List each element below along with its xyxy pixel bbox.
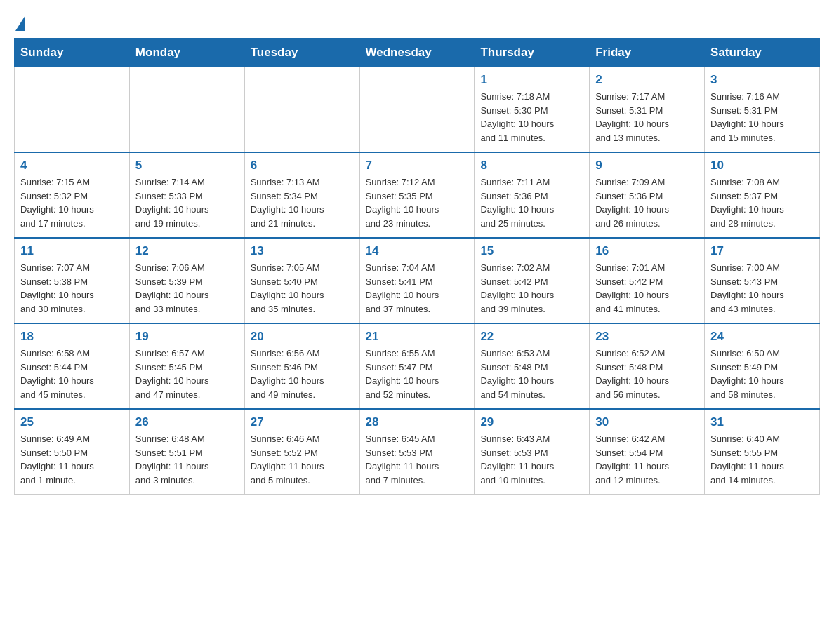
day-number: 20: [251, 330, 354, 344]
day-info: Sunrise: 6:45 AM Sunset: 5:53 PM Dayligh…: [366, 432, 469, 487]
day-number: 3: [710, 73, 814, 87]
day-number: 15: [480, 244, 583, 258]
weekday-header-saturday: Saturday: [705, 39, 820, 67]
calendar-cell: 25Sunrise: 6:49 AM Sunset: 5:50 PM Dayli…: [15, 409, 130, 495]
calendar-cell: 10Sunrise: 7:08 AM Sunset: 5:37 PM Dayli…: [705, 152, 820, 238]
calendar-cell: 13Sunrise: 7:05 AM Sunset: 5:40 PM Dayli…: [244, 238, 359, 323]
day-info: Sunrise: 7:12 AM Sunset: 5:35 PM Dayligh…: [366, 175, 469, 230]
day-info: Sunrise: 7:11 AM Sunset: 5:36 PM Dayligh…: [480, 175, 583, 230]
calendar-cell: 3Sunrise: 7:16 AM Sunset: 5:31 PM Daylig…: [705, 67, 820, 153]
calendar-cell: 23Sunrise: 6:52 AM Sunset: 5:48 PM Dayli…: [590, 323, 705, 409]
day-number: 17: [710, 244, 814, 258]
calendar-row-2: 11Sunrise: 7:07 AM Sunset: 5:38 PM Dayli…: [15, 238, 820, 323]
calendar-cell: 18Sunrise: 6:58 AM Sunset: 5:44 PM Dayli…: [15, 323, 130, 409]
day-info: Sunrise: 6:57 AM Sunset: 5:45 PM Dayligh…: [135, 347, 239, 401]
weekday-header-tuesday: Tuesday: [244, 39, 359, 67]
day-info: Sunrise: 7:18 AM Sunset: 5:30 PM Dayligh…: [480, 90, 583, 145]
day-number: 14: [366, 244, 469, 258]
calendar-cell: 20Sunrise: 6:56 AM Sunset: 5:46 PM Dayli…: [244, 323, 359, 409]
day-info: Sunrise: 7:17 AM Sunset: 5:31 PM Dayligh…: [595, 90, 699, 145]
calendar-cell: 6Sunrise: 7:13 AM Sunset: 5:34 PM Daylig…: [244, 152, 359, 238]
day-number: 21: [366, 330, 469, 344]
calendar-row-1: 4Sunrise: 7:15 AM Sunset: 5:32 PM Daylig…: [15, 152, 820, 238]
calendar-row-4: 25Sunrise: 6:49 AM Sunset: 5:50 PM Dayli…: [15, 409, 820, 495]
day-info: Sunrise: 7:14 AM Sunset: 5:33 PM Dayligh…: [135, 175, 239, 230]
page-header: [14, 14, 820, 31]
day-info: Sunrise: 7:04 AM Sunset: 5:41 PM Dayligh…: [366, 261, 469, 316]
weekday-header-friday: Friday: [590, 39, 705, 67]
calendar-cell: 17Sunrise: 7:00 AM Sunset: 5:43 PM Dayli…: [705, 238, 820, 323]
day-info: Sunrise: 6:42 AM Sunset: 5:54 PM Dayligh…: [595, 432, 699, 487]
calendar-cell: 14Sunrise: 7:04 AM Sunset: 5:41 PM Dayli…: [359, 238, 475, 323]
day-number: 4: [20, 159, 124, 173]
calendar-cell: 21Sunrise: 6:55 AM Sunset: 5:47 PM Dayli…: [359, 323, 475, 409]
day-number: 16: [595, 244, 699, 258]
logo-triangle-icon: [15, 15, 25, 31]
weekday-header-thursday: Thursday: [475, 39, 590, 67]
calendar-cell: 29Sunrise: 6:43 AM Sunset: 5:53 PM Dayli…: [475, 409, 590, 495]
day-info: Sunrise: 7:06 AM Sunset: 5:39 PM Dayligh…: [135, 261, 239, 316]
day-info: Sunrise: 7:15 AM Sunset: 5:32 PM Dayligh…: [20, 175, 124, 230]
day-info: Sunrise: 7:01 AM Sunset: 5:42 PM Dayligh…: [595, 261, 699, 316]
calendar-row-3: 18Sunrise: 6:58 AM Sunset: 5:44 PM Dayli…: [15, 323, 820, 409]
day-number: 13: [251, 244, 354, 258]
calendar-cell: 11Sunrise: 7:07 AM Sunset: 5:38 PM Dayli…: [15, 238, 130, 323]
calendar-cell: 22Sunrise: 6:53 AM Sunset: 5:48 PM Dayli…: [475, 323, 590, 409]
calendar-cell: [129, 67, 244, 153]
day-info: Sunrise: 6:53 AM Sunset: 5:48 PM Dayligh…: [480, 347, 583, 401]
logo: [14, 14, 25, 31]
day-info: Sunrise: 6:46 AM Sunset: 5:52 PM Dayligh…: [251, 432, 354, 487]
day-number: 11: [20, 244, 124, 258]
calendar-cell: 19Sunrise: 6:57 AM Sunset: 5:45 PM Dayli…: [129, 323, 244, 409]
calendar-cell: 5Sunrise: 7:14 AM Sunset: 5:33 PM Daylig…: [129, 152, 244, 238]
day-info: Sunrise: 6:52 AM Sunset: 5:48 PM Dayligh…: [595, 347, 699, 401]
calendar-cell: 31Sunrise: 6:40 AM Sunset: 5:55 PM Dayli…: [705, 409, 820, 495]
day-number: 18: [20, 330, 124, 344]
day-number: 12: [135, 244, 239, 258]
day-number: 19: [135, 330, 239, 344]
day-info: Sunrise: 7:08 AM Sunset: 5:37 PM Dayligh…: [710, 175, 814, 230]
calendar-cell: [359, 67, 475, 153]
calendar-cell: 2Sunrise: 7:17 AM Sunset: 5:31 PM Daylig…: [590, 67, 705, 153]
day-info: Sunrise: 6:56 AM Sunset: 5:46 PM Dayligh…: [251, 347, 354, 401]
calendar-cell: 12Sunrise: 7:06 AM Sunset: 5:39 PM Dayli…: [129, 238, 244, 323]
weekday-header-monday: Monday: [129, 39, 244, 67]
day-info: Sunrise: 6:48 AM Sunset: 5:51 PM Dayligh…: [135, 432, 239, 487]
calendar-cell: 4Sunrise: 7:15 AM Sunset: 5:32 PM Daylig…: [15, 152, 130, 238]
calendar-row-0: 1Sunrise: 7:18 AM Sunset: 5:30 PM Daylig…: [15, 67, 820, 153]
day-info: Sunrise: 6:58 AM Sunset: 5:44 PM Dayligh…: [20, 347, 124, 401]
calendar-cell: [15, 67, 130, 153]
calendar-cell: 1Sunrise: 7:18 AM Sunset: 5:30 PM Daylig…: [475, 67, 590, 153]
calendar-cell: 24Sunrise: 6:50 AM Sunset: 5:49 PM Dayli…: [705, 323, 820, 409]
day-number: 30: [595, 415, 699, 429]
day-number: 9: [595, 159, 699, 173]
day-number: 28: [366, 415, 469, 429]
day-number: 27: [251, 415, 354, 429]
day-number: 8: [480, 159, 583, 173]
day-number: 26: [135, 415, 239, 429]
day-info: Sunrise: 7:16 AM Sunset: 5:31 PM Dayligh…: [710, 90, 814, 145]
day-info: Sunrise: 6:40 AM Sunset: 5:55 PM Dayligh…: [710, 432, 814, 487]
day-number: 6: [251, 159, 354, 173]
day-number: 23: [595, 330, 699, 344]
day-info: Sunrise: 7:09 AM Sunset: 5:36 PM Dayligh…: [595, 175, 699, 230]
weekday-header-row: SundayMondayTuesdayWednesdayThursdayFrid…: [15, 39, 820, 67]
calendar-cell: 30Sunrise: 6:42 AM Sunset: 5:54 PM Dayli…: [590, 409, 705, 495]
day-info: Sunrise: 7:02 AM Sunset: 5:42 PM Dayligh…: [480, 261, 583, 316]
calendar-cell: 15Sunrise: 7:02 AM Sunset: 5:42 PM Dayli…: [475, 238, 590, 323]
day-info: Sunrise: 7:07 AM Sunset: 5:38 PM Dayligh…: [20, 261, 124, 316]
day-number: 10: [710, 159, 814, 173]
day-info: Sunrise: 6:50 AM Sunset: 5:49 PM Dayligh…: [710, 347, 814, 401]
day-info: Sunrise: 7:13 AM Sunset: 5:34 PM Dayligh…: [251, 175, 354, 230]
calendar-table: SundayMondayTuesdayWednesdayThursdayFrid…: [14, 38, 820, 495]
day-number: 1: [480, 73, 583, 87]
day-info: Sunrise: 6:55 AM Sunset: 5:47 PM Dayligh…: [366, 347, 469, 401]
weekday-header-sunday: Sunday: [15, 39, 130, 67]
day-number: 5: [135, 159, 239, 173]
calendar-cell: 9Sunrise: 7:09 AM Sunset: 5:36 PM Daylig…: [590, 152, 705, 238]
weekday-header-wednesday: Wednesday: [359, 39, 475, 67]
day-info: Sunrise: 6:43 AM Sunset: 5:53 PM Dayligh…: [480, 432, 583, 487]
day-number: 2: [595, 73, 699, 87]
calendar-cell: 27Sunrise: 6:46 AM Sunset: 5:52 PM Dayli…: [244, 409, 359, 495]
day-info: Sunrise: 7:00 AM Sunset: 5:43 PM Dayligh…: [710, 261, 814, 316]
